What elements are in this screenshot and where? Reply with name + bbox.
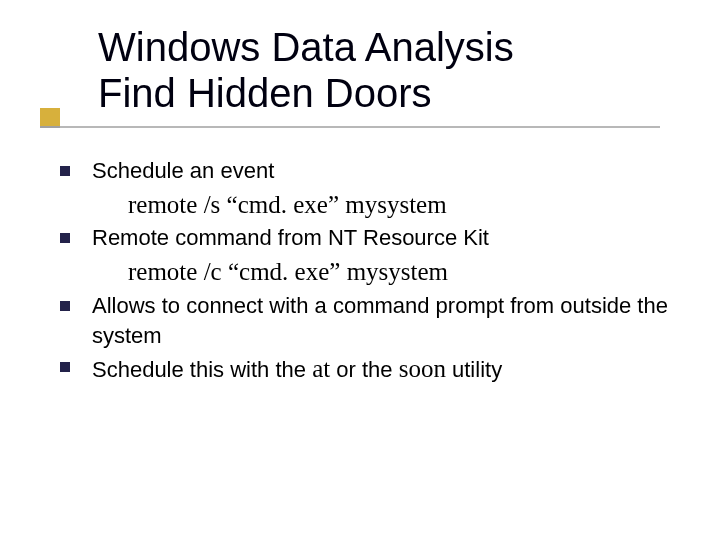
slide: Windows Data Analysis Find Hidden Doors … bbox=[0, 0, 720, 540]
body-content: Schedule an event remote /s “cmd. exe” m… bbox=[60, 156, 690, 388]
bullet-row-4: Schedule this with the at or the soon ut… bbox=[60, 352, 690, 386]
bullet-icon bbox=[60, 301, 70, 311]
slide-title: Windows Data Analysis Find Hidden Doors bbox=[98, 24, 514, 116]
bullet-row-1: Schedule an event bbox=[60, 156, 690, 186]
bullet-text-2: Remote command from NT Resource Kit bbox=[92, 223, 489, 253]
bullet-text-1: Schedule an event bbox=[92, 156, 274, 186]
title-line-1: Windows Data Analysis bbox=[98, 24, 514, 70]
b4-post: utility bbox=[446, 357, 502, 382]
title-underline-left bbox=[40, 126, 60, 128]
code-line-1: remote /s “cmd. exe” mysystem bbox=[128, 188, 690, 222]
title-underline bbox=[60, 126, 660, 128]
title-line-2: Find Hidden Doors bbox=[98, 70, 514, 116]
bullet-text-4: Schedule this with the at or the soon ut… bbox=[92, 352, 502, 386]
code-line-2: remote /c “cmd. exe” mysystem bbox=[128, 255, 690, 289]
bullet-icon bbox=[60, 166, 70, 176]
accent-square-icon bbox=[40, 108, 60, 128]
bullet-row-2: Remote command from NT Resource Kit bbox=[60, 223, 690, 253]
bullet-text-3: Allows to connect with a command prompt … bbox=[92, 291, 690, 350]
bullet-row-3: Allows to connect with a command prompt … bbox=[60, 291, 690, 350]
b4-mid: or the bbox=[330, 357, 398, 382]
bullet-icon bbox=[60, 233, 70, 243]
bullet-icon bbox=[60, 362, 70, 372]
b4-at: at bbox=[312, 355, 330, 382]
b4-pre: Schedule this with the bbox=[92, 357, 312, 382]
b4-soon: soon bbox=[399, 355, 446, 382]
